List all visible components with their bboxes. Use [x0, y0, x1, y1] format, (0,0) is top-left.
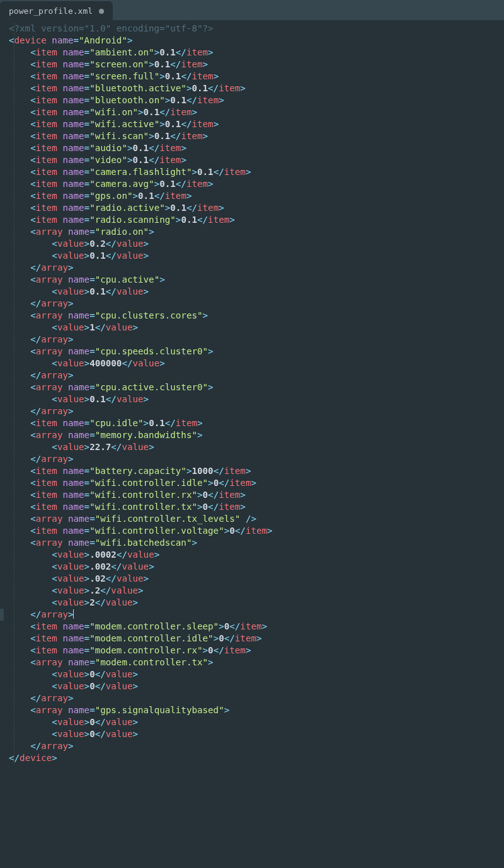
code-content: <?xml version="1.0" encoding="utf-8"?> <…	[9, 23, 504, 764]
code-editor[interactable]: <?xml version="1.0" encoding="utf-8"?> <…	[0, 20, 504, 772]
indent-guide	[14, 23, 14, 764]
modified-indicator-icon	[99, 9, 104, 14]
tab-bar: power_profile.xml	[0, 0, 504, 20]
file-tab[interactable]: power_profile.xml	[0, 1, 113, 20]
line-highlight	[0, 609, 4, 621]
file-tab-label: power_profile.xml	[9, 5, 93, 17]
